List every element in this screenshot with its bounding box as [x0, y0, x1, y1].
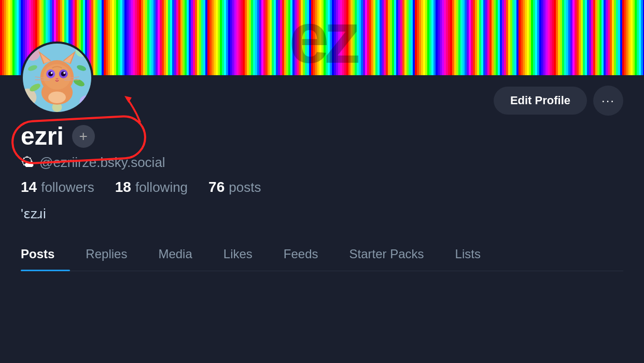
edit-profile-button[interactable]: Edit Profile	[494, 87, 587, 115]
annotation-arrow	[109, 93, 150, 124]
tab-starter-packs[interactable]: Starter Packs	[334, 238, 440, 271]
tab-likes[interactable]: Likes	[208, 238, 268, 271]
posts-count: 76	[208, 179, 225, 196]
svg-point-20	[61, 72, 66, 76]
display-name-row: ezri +	[21, 122, 623, 150]
posts-label: posts	[229, 179, 261, 196]
avatar	[21, 41, 93, 114]
svg-point-28	[48, 91, 66, 103]
tab-replies[interactable]: Replies	[70, 238, 143, 271]
svg-point-22	[63, 72, 65, 74]
tab-posts[interactable]: Posts	[21, 238, 70, 271]
avatar-circle	[21, 41, 93, 114]
followers-count: 14	[21, 179, 37, 196]
svg-point-1	[25, 46, 40, 61]
tab-feeds[interactable]: Feeds	[268, 238, 334, 271]
profile-tabs: PostsRepliesMediaLikesFeedsStarter Packs…	[21, 238, 623, 271]
display-name: ezri	[21, 122, 64, 150]
svg-point-19	[48, 72, 53, 76]
add-button[interactable]: +	[72, 125, 95, 148]
following-label: following	[135, 179, 188, 196]
followers-stat[interactable]: 14 followers	[21, 179, 94, 196]
bio-text: 'ɛzɹi	[21, 206, 623, 222]
stats-row: 14 followers 18 following 76 posts	[21, 179, 623, 196]
tab-media[interactable]: Media	[143, 238, 207, 271]
following-stat[interactable]: 18 following	[115, 179, 188, 196]
handle-row: 🌤 @ezriirze.bsky.social	[21, 155, 623, 171]
following-count: 18	[115, 179, 131, 196]
svg-line-25	[35, 80, 50, 80]
svg-point-21	[51, 72, 53, 74]
followers-label: followers	[41, 179, 94, 196]
more-options-button[interactable]: ···	[593, 86, 623, 116]
svg-marker-29	[124, 96, 132, 103]
tab-lists[interactable]: Lists	[440, 238, 496, 271]
profile-banner: ez	[0, 0, 644, 75]
user-handle: @ezriirze.bsky.social	[39, 155, 165, 171]
svg-point-2	[76, 45, 88, 57]
sun-emoji-icon: 🌤	[21, 155, 34, 171]
svg-line-27	[64, 80, 79, 80]
profile-section: Edit Profile ··· ezri + 🌤 @ezriirze.bsky…	[0, 75, 644, 271]
profile-actions: Edit Profile ···	[494, 86, 623, 116]
banner-overlay-text: ez	[289, 0, 355, 75]
posts-stat[interactable]: 76 posts	[208, 179, 261, 196]
